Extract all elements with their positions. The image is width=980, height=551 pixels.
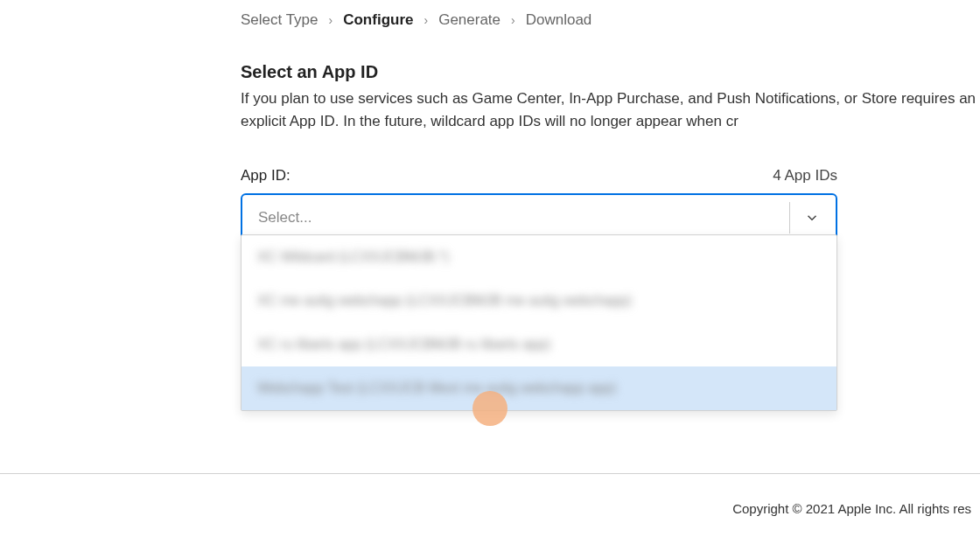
app-id-dropdown: XC Wildcard (LCXXJCBMJB.*) XC me autig w… <box>241 234 837 411</box>
select-placeholder: Select... <box>258 209 312 227</box>
breadcrumb-generate[interactable]: Generate <box>438 11 500 29</box>
dropdown-item[interactable]: XC ru libarts app (LCXXJCBMJB ru libarts… <box>242 323 836 366</box>
breadcrumb: Select Type › Configure › Generate › Dow… <box>241 11 980 29</box>
chevron-icon: › <box>424 13 428 27</box>
chevron-icon: › <box>511 13 515 27</box>
select-indicator <box>789 202 820 234</box>
footer-copyright: Copyright © 2021 Apple Inc. All rights r… <box>732 501 971 516</box>
breadcrumb-configure[interactable]: Configure <box>343 11 413 29</box>
dropdown-item[interactable]: Webchapp Test (LCXXJCB Mext me autig web… <box>242 366 836 410</box>
dropdown-item-label: XC me autig webchapp (LCXXJCBMJB me auti… <box>257 293 632 309</box>
breadcrumb-select-type[interactable]: Select Type <box>241 11 318 29</box>
dropdown-item[interactable]: XC Wildcard (LCXXJCBMJB.*) <box>242 235 836 279</box>
section-description: If you plan to use services such as Game… <box>241 87 980 134</box>
divider <box>0 473 980 474</box>
dropdown-item[interactable]: XC me autig webchapp (LCXXJCBMJB me auti… <box>242 279 836 323</box>
app-id-label: App ID: <box>241 167 290 185</box>
dropdown-item-label: XC Wildcard (LCXXJCBMJB.*) <box>257 249 449 265</box>
chevron-down-icon <box>804 210 820 226</box>
cursor-indicator <box>472 391 508 426</box>
breadcrumb-download[interactable]: Download <box>526 11 592 29</box>
dropdown-item-label: Webchapp Test (LCXXJCB Mext me autig web… <box>257 380 616 396</box>
app-id-count: 4 App IDs <box>773 167 837 185</box>
dropdown-item-label: XC ru libarts app (LCXXJCBMJB ru libarts… <box>257 337 550 352</box>
section-title: Select an App ID <box>241 62 980 82</box>
chevron-icon: › <box>329 13 333 27</box>
